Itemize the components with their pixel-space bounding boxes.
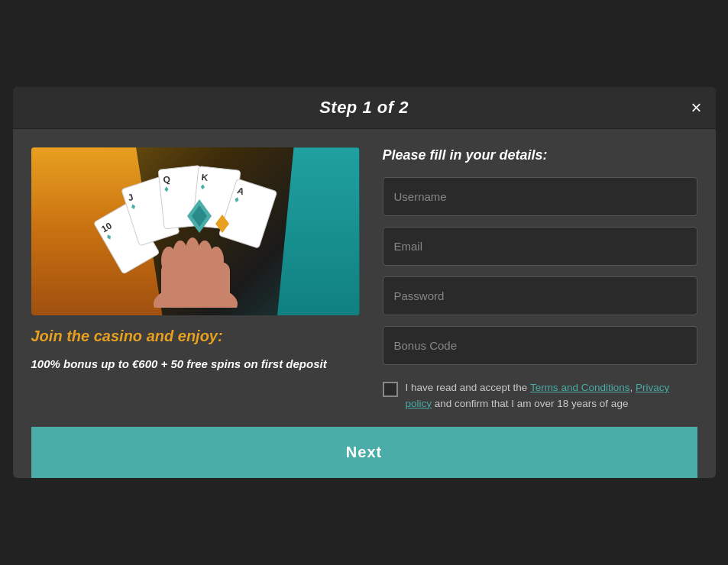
next-button[interactable]: Next [31, 427, 697, 478]
email-field [383, 227, 697, 266]
bonus-code-field [383, 326, 697, 365]
password-input[interactable] [383, 276, 697, 315]
promo-text: Join the casino and enjoy: 100% bonus up… [31, 328, 360, 373]
username-field [383, 177, 697, 216]
playing-cards-image: 10 ♦ J ♦ Q [89, 155, 303, 308]
username-input[interactable] [383, 177, 697, 216]
terms-checkbox-row: I have read and accept the Terms and Con… [383, 380, 697, 412]
svg-point-6 [209, 247, 224, 274]
email-input[interactable] [383, 227, 697, 266]
terms-checkbox[interactable] [383, 382, 398, 397]
modal: Step 1 of 2 × [13, 87, 716, 478]
modal-footer: Next [13, 427, 716, 478]
modal-title: Step 1 of 2 [319, 98, 409, 118]
checkbox-label: I have read and accept the Terms and Con… [406, 380, 697, 412]
close-button[interactable]: × [691, 98, 701, 117]
join-heading: Join the casino and enjoy: [31, 328, 360, 345]
password-field [383, 276, 697, 315]
checkbox-text-after: and confirm that I am over 18 years of a… [432, 398, 628, 409]
form-heading: Please fill in your details: [383, 147, 697, 163]
modal-body: 10 ♦ J ♦ Q [13, 129, 716, 427]
left-panel: 10 ♦ J ♦ Q [31, 147, 360, 427]
terms-link[interactable]: Terms and Conditions [530, 382, 630, 393]
bonus-description: 100% bonus up to €600 + 50 free spins on… [31, 356, 360, 373]
modal-overlay: Step 1 of 2 × [0, 0, 728, 565]
checkbox-text-before: I have read and accept the [406, 382, 530, 393]
right-panel: Please fill in your details: I have [383, 147, 697, 427]
casino-image: 10 ♦ J ♦ Q [31, 147, 360, 315]
casino-image-background: 10 ♦ J ♦ Q [31, 147, 360, 315]
bonus-code-input[interactable] [383, 326, 697, 365]
checkbox-text-comma: , [629, 382, 636, 393]
modal-header: Step 1 of 2 × [13, 87, 716, 129]
